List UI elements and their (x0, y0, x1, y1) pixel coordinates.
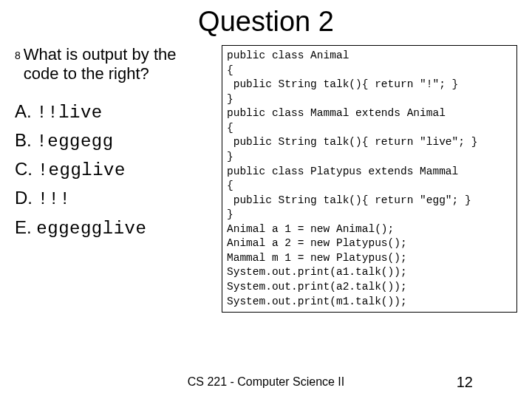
option-code: eggegglive (36, 219, 146, 239)
option-code: !!live (36, 103, 102, 123)
option-code: !!! (38, 189, 71, 209)
options-list: A. !!live B. !eggegg C. !egglive D. !!! … (15, 98, 214, 242)
option-code: !egglive (38, 160, 126, 180)
option-d: D. !!! (15, 184, 214, 213)
code-box: public class Animal { public String talk… (222, 45, 517, 313)
footer-course: CS 221 - Computer Science II (188, 375, 345, 389)
option-code: !eggegg (36, 132, 113, 151)
slide-footer: CS 221 - Computer Science II 12 (0, 375, 532, 389)
slide-title: Question 2 (0, 0, 532, 45)
option-label: E. (15, 217, 36, 237)
option-label: A. (15, 101, 36, 121)
option-c: C. !egglive (15, 155, 214, 184)
content-area: 8 What is output by the code to the righ… (0, 45, 532, 313)
option-a: A. !!live (15, 98, 214, 126)
page-number: 12 (457, 374, 473, 391)
left-column: 8 What is output by the code to the righ… (15, 45, 222, 313)
question-text: What is output by the code to the right? (24, 45, 214, 84)
question-line: 8 What is output by the code to the righ… (15, 45, 214, 84)
option-label: B. (15, 130, 36, 150)
option-label: D. (15, 188, 38, 208)
option-b: B. !eggegg (15, 126, 214, 155)
option-e: E. eggegglive (15, 214, 214, 242)
option-label: C. (15, 159, 38, 179)
bullet-icon: 8 (15, 50, 21, 62)
right-column: public class Animal { public String talk… (222, 45, 517, 313)
